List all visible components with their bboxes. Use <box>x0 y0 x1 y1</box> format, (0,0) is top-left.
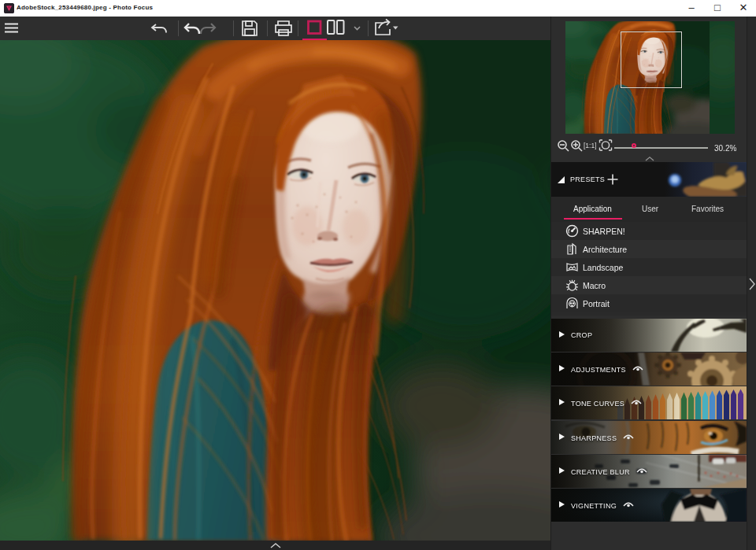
svg-text:[1:1]: [1:1] <box>584 142 597 149</box>
